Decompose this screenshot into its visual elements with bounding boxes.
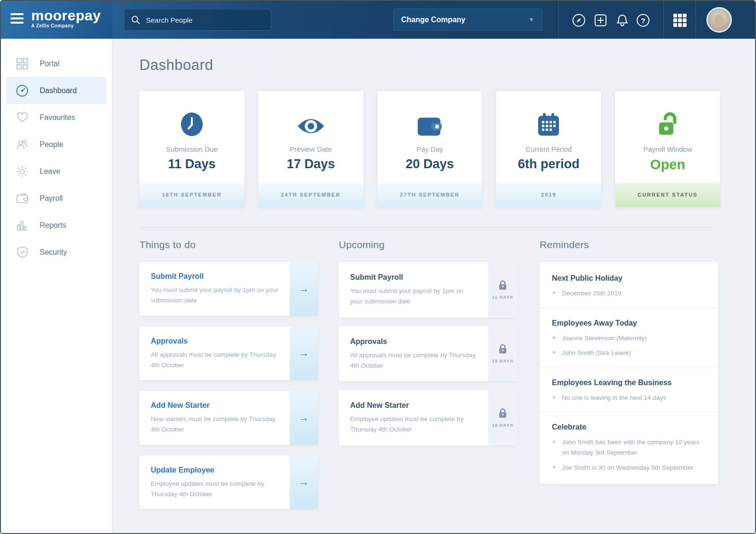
sidebar-item-security[interactable]: Security [7, 239, 106, 266]
reminder-employees-away-today: Employees Away Today Joanne Stevenson (M… [540, 309, 718, 368]
arrow-button[interactable]: → [290, 262, 318, 316]
arrow-icon: → [299, 476, 309, 488]
header-divider [696, 1, 696, 39]
list-item: December 25th 2019 [552, 288, 706, 299]
calendar-icon [496, 91, 601, 137]
help-icon[interactable]: ? [635, 12, 651, 28]
upcoming-title: Submit Payroll [350, 273, 477, 282]
sidebar-item-label: Payroll [40, 194, 63, 203]
heart-icon [15, 111, 29, 125]
upcoming-item-submit-payroll[interactable]: Submit Payroll You must submit your payr… [339, 262, 517, 318]
todo-desc: All approvals must be complete by Thursd… [151, 350, 278, 371]
section-divider [139, 227, 720, 228]
days-remaining: 15 DAYS [492, 358, 514, 363]
sidebar-item-label: People [40, 140, 63, 149]
todo-item-add-new-starter[interactable]: Add New Starter New starters must be com… [139, 391, 318, 445]
section-heading: Things to do [139, 239, 318, 250]
stat-footer: 18TH SEPTEMBER [139, 182, 244, 207]
header-divider [663, 1, 664, 39]
todo-desc: You must submit your payroll by 1pm on y… [151, 285, 278, 306]
todo-desc: New starters must be complete by Thursda… [151, 414, 278, 435]
stat-card-payroll-window[interactable]: Payroll Window Open CURRENT STATUS [615, 91, 720, 207]
sidebar-item-portal[interactable]: Portal [7, 50, 106, 77]
todo-item-submit-payroll[interactable]: Submit Payroll You must submit your payr… [139, 262, 318, 316]
sidebar-item-leave[interactable]: Leave [7, 158, 106, 185]
bar-chart-icon [15, 218, 29, 233]
apps-grid-icon[interactable] [672, 12, 688, 28]
stat-card-submission-due[interactable]: Submission Due 11 Days 18TH SEPTEMBER [139, 91, 244, 207]
sidebar-item-label: Favourites [40, 113, 75, 122]
arrow-icon: → [299, 412, 309, 424]
list-item: No one is leaving in the next 14 days [552, 393, 706, 403]
lock-icon [498, 344, 507, 354]
arrow-button[interactable]: → [290, 456, 318, 509]
stat-footer: 24TH SEPTEMBER [258, 182, 363, 207]
things-to-do-section: Things to do Submit Payroll You must sub… [139, 239, 318, 520]
header-divider [558, 1, 559, 39]
menu-icon[interactable] [10, 13, 24, 26]
sidebar-item-label: Security [40, 248, 67, 257]
page-title: Dashboard [139, 57, 720, 74]
bullet-icon [553, 351, 555, 353]
sidebar-item-people[interactable]: People [7, 131, 106, 158]
lock-icon [498, 408, 507, 418]
days-remaining: 11 DAYS [492, 294, 513, 300]
todo-title: Update Employee [151, 466, 278, 474]
svg-text:?: ? [641, 17, 645, 25]
todo-title: Approvals [151, 337, 278, 345]
stat-card-current-period[interactable]: Current Period 6th period 2019 [496, 91, 601, 207]
search-icon [131, 15, 140, 25]
bullet-icon [553, 440, 555, 443]
arrow-button[interactable]: → [290, 391, 318, 445]
people-icon [15, 138, 29, 152]
stat-footer: CURRENT STATUS [615, 182, 720, 207]
todo-item-update-employee[interactable]: Update Employee Employee updates must be… [139, 456, 318, 509]
brand-area: moorepay A Zellis Company [1, 1, 112, 39]
section-heading: Reminders [540, 239, 718, 250]
portal-grid-icon [15, 57, 29, 71]
stat-card-pay-day[interactable]: Pay Day 20 Days 27TH SEPTEMBER [378, 91, 482, 207]
stat-value: 6th period [496, 157, 601, 172]
bullet-icon [553, 466, 555, 468]
avatar[interactable] [706, 7, 732, 33]
change-company-dropdown[interactable]: Change Company ▼ [393, 9, 542, 31]
bell-icon[interactable] [614, 12, 630, 28]
search-input[interactable] [146, 16, 264, 24]
upcoming-desc: All approvals must be complete by Thursd… [350, 350, 477, 371]
search-input-wrapper[interactable] [124, 9, 271, 31]
unlock-icon [615, 91, 720, 137]
logo: moorepay A Zellis Company [31, 9, 101, 28]
sidebar-item-dashboard[interactable]: Dashboard [7, 77, 106, 104]
todo-item-approvals[interactable]: Approvals All approvals must be complete… [139, 327, 318, 380]
stat-label: Submission Due [139, 145, 244, 153]
bullet-icon [553, 336, 555, 339]
upcoming-item-approvals[interactable]: Approvals All approvals must be complete… [339, 326, 517, 382]
sidebar-item-favourites[interactable]: Favourites [7, 104, 106, 131]
stat-card-preview-date[interactable]: Preview Date 17 Days 24TH SEPTEMBER [258, 91, 363, 207]
stat-label: Preview Date [258, 145, 363, 153]
add-icon[interactable] [593, 12, 609, 28]
bullet-icon [553, 292, 555, 294]
upcoming-item-add-new-starter[interactable]: Add New Starter Employee updates must be… [339, 390, 517, 446]
stat-label: Payroll Window [615, 145, 720, 153]
sidebar-item-payroll[interactable]: Payroll [7, 185, 106, 212]
reminder-title: Employees Away Today [552, 319, 706, 327]
sidebar-item-reports[interactable]: Reports [7, 212, 106, 239]
reminder-title: Celebrate [552, 423, 706, 431]
avatar-face [714, 15, 724, 26]
main-content: Dashboard Submission Due 11 Days 18TH SE… [112, 39, 756, 534]
top-bar: moorepay A Zellis Company Change Company… [1, 1, 755, 39]
stat-footer: 2019 [496, 182, 601, 207]
shield-icon [15, 245, 29, 259]
app-window: moorepay A Zellis Company Change Company… [0, 0, 756, 534]
stat-value: 11 Days [139, 157, 244, 172]
logo-tagline: A Zellis Company [31, 23, 101, 28]
upcoming-desc: Employee updates must be complete by Thu… [350, 414, 477, 435]
todo-title: Add New Starter [151, 401, 278, 410]
arrow-button[interactable]: → [290, 327, 318, 380]
upcoming-desc: You must submit your payroll by 1pm on y… [350, 286, 477, 307]
compass-icon[interactable] [571, 12, 587, 28]
stat-value: 20 Days [378, 157, 482, 172]
arrow-icon: → [299, 283, 309, 295]
stat-value: 17 Days [258, 157, 363, 172]
